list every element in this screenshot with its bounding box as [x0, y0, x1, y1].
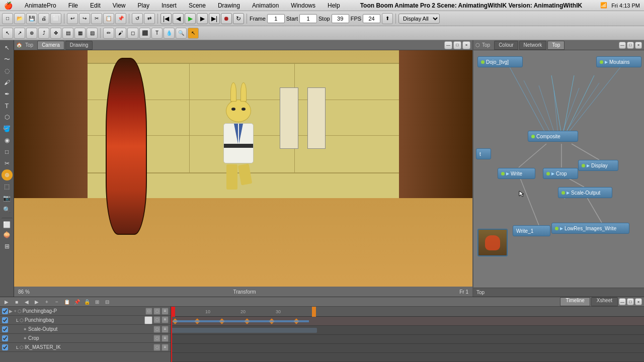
tl-stop[interactable]: ■	[12, 297, 21, 306]
redo-btn[interactable]: ↪	[79, 13, 90, 24]
track-ik[interactable]	[171, 353, 644, 362]
node-canvas[interactable]: Dojo_[tvg] ▶ Moutains Composite t ▶ W	[473, 50, 644, 288]
tl-play[interactable]: ▶	[2, 297, 11, 306]
tl-maximize[interactable]: □	[627, 298, 634, 305]
cam-maximize[interactable]: □	[453, 41, 461, 49]
tool-fill-left[interactable]: 🪣	[2, 123, 13, 134]
layer-ctrl-1c[interactable]: ≡	[162, 308, 169, 315]
node-it[interactable]: t	[476, 148, 491, 159]
fps-input[interactable]	[363, 14, 380, 23]
tool-shape-left[interactable]: □	[2, 146, 13, 157]
colour-tab[interactable]: Colour	[494, 41, 518, 50]
layer-ctrl-5b[interactable]: ≡	[162, 344, 169, 351]
print-btn[interactable]: 🖨	[38, 13, 49, 24]
tool-select-left[interactable]: ↖	[2, 42, 13, 53]
track-punchingbag[interactable]	[171, 326, 644, 335]
tool-brush[interactable]: 🖌	[115, 28, 126, 39]
camera-tab[interactable]: Camera	[37, 41, 64, 50]
tool-text[interactable]: T	[151, 28, 163, 39]
display-select[interactable]: Display All	[398, 14, 440, 24]
tool-ik-left[interactable]: ⊕	[2, 169, 13, 180]
menu-drawing[interactable]: Drawing	[216, 2, 242, 9]
apple-menu[interactable]: 🍎	[4, 2, 13, 10]
tool-sample-left[interactable]: ◉	[2, 135, 13, 146]
loop-btn[interactable]: ↻	[233, 13, 244, 24]
layer-visibility-ik[interactable]	[2, 344, 8, 350]
tl-paste[interactable]: 📌	[72, 297, 82, 306]
tool-eyedrop[interactable]: 💧	[164, 28, 175, 39]
tl-close[interactable]: ×	[635, 298, 642, 305]
play-btn[interactable]: ▶	[185, 13, 196, 24]
layer-ctrl-1b[interactable]: ◌	[153, 308, 160, 315]
menu-windows[interactable]: Windows	[289, 2, 317, 9]
tool-move[interactable]: ✥	[50, 28, 61, 39]
tl-expand[interactable]: ⊞	[93, 297, 102, 306]
undo-btn[interactable]: ↩	[67, 13, 78, 24]
tool-sculpt-left[interactable]: ◌	[2, 65, 13, 76]
tool-bone[interactable]: ▦	[74, 28, 86, 39]
tool-cut-left[interactable]: ✂	[2, 158, 13, 169]
record-btn[interactable]: ⏺	[221, 13, 232, 24]
node-write1[interactable]: Write_1	[513, 225, 550, 236]
fps-stepper[interactable]: ⬆	[382, 13, 393, 24]
menu-help[interactable]: Help	[326, 2, 342, 9]
tab-timeline[interactable]: Timeline	[560, 297, 590, 306]
playhead-marker[interactable]	[171, 307, 175, 317]
tool-brush-left[interactable]: 🖌	[2, 77, 13, 88]
layer-crop[interactable]: ✦ Crop ◌ ≡	[0, 334, 171, 343]
open-btn[interactable]: 📂	[14, 13, 25, 24]
tool-fill[interactable]: ⬛	[139, 28, 150, 39]
layer-ik[interactable]: L ⬡ IK_MASTER_IK ◌ ≡	[0, 343, 171, 352]
tool-deform[interactable]: ⤴	[38, 28, 49, 39]
menu-file[interactable]: File	[66, 2, 80, 9]
tl-prev[interactable]: ◀	[22, 297, 31, 306]
track-punchingbag-p[interactable]	[171, 317, 644, 326]
node-close[interactable]: ×	[635, 42, 642, 49]
go-end-btn[interactable]: ▶|	[209, 13, 220, 24]
layer-scale-output[interactable]: ✦ Scale-Output ◌ ≡	[0, 325, 171, 334]
tool-onion-left[interactable]: 🧅	[2, 229, 13, 240]
flip-h-btn[interactable]: ⇄	[144, 13, 155, 24]
paste-btn[interactable]: 📌	[115, 13, 126, 24]
layer-ctrl-2a[interactable]: □	[144, 316, 152, 324]
menu-insert[interactable]: Insert	[159, 2, 179, 9]
menu-animation[interactable]: Animation	[250, 2, 281, 9]
new-scene-btn[interactable]: □	[2, 13, 13, 24]
frame-input[interactable]	[267, 14, 285, 23]
node-composite[interactable]: Composite	[528, 131, 578, 142]
layer-ctrl-3a[interactable]: ◌	[153, 326, 160, 333]
rotate-btn[interactable]: ↺	[132, 13, 143, 24]
timeline-frames[interactable]: 10 20 30	[171, 307, 644, 362]
tl-next[interactable]: ▶	[32, 297, 41, 306]
tool-t-left[interactable]: T	[2, 100, 13, 111]
cam-close[interactable]: ×	[462, 41, 470, 49]
tool-pen-left[interactable]: ✒	[2, 88, 13, 100]
drawing-tab[interactable]: Drawing	[65, 41, 93, 50]
copy-btn[interactable]: 📋	[103, 13, 114, 24]
tl-copy[interactable]: 📋	[62, 297, 71, 306]
camera-canvas[interactable]: 86 % Transform Fr 1	[14, 50, 472, 297]
tool-peg[interactable]: ▧	[87, 28, 98, 39]
go-start-btn[interactable]: |◀	[160, 13, 172, 24]
cut-btn[interactable]: ✂	[91, 13, 102, 24]
node-minimize[interactable]: —	[619, 42, 626, 49]
tool-lasso-left[interactable]: ⬚	[2, 181, 13, 192]
tool-camera-left[interactable]: 📷	[2, 193, 13, 204]
playhead[interactable]	[171, 317, 172, 362]
node-mountains[interactable]: ▶ Moutains	[596, 56, 641, 67]
track-crop[interactable]	[171, 344, 644, 353]
tool-eraser[interactable]: ◻	[127, 28, 138, 39]
layer-ctrl-4b[interactable]: ≡	[162, 335, 169, 342]
tool-draw[interactable]: ✏	[103, 28, 114, 39]
stop-input[interactable]	[332, 14, 349, 23]
prev-frame-btn[interactable]: ◀	[173, 13, 184, 24]
layer-expand-1[interactable]: ▶ +	[9, 309, 17, 314]
node-dojo[interactable]: Dojo_[tvg]	[477, 56, 523, 67]
tl-collapse[interactable]: ⊟	[103, 297, 112, 306]
tool-arrow[interactable]: ↖	[188, 28, 199, 39]
layer-visibility-scale[interactable]	[2, 326, 8, 332]
node-crop[interactable]: ▶ Crop	[543, 168, 578, 179]
node-display[interactable]: ▶ Display	[578, 160, 618, 171]
tool-hand-left[interactable]: ⬜	[2, 218, 13, 229]
layer-visibility-punchingbag-p[interactable]	[2, 308, 8, 314]
